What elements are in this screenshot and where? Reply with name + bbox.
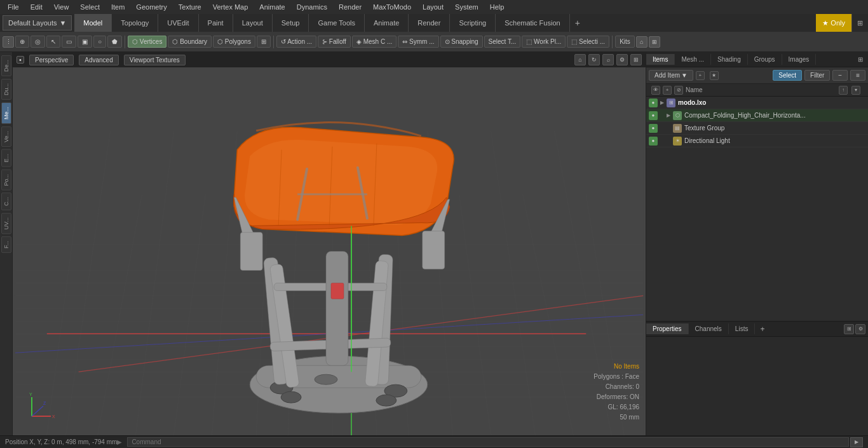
viewport-ctrl-rotate[interactable]: ↻ [588, 54, 600, 65]
tool-expand[interactable]: ⊞ [257, 36, 271, 48]
sidebar-tab-c[interactable]: C... [1, 193, 11, 210]
tool-rect2[interactable]: ▣ [78, 36, 92, 48]
tool-lasso[interactable]: ◎ [31, 36, 45, 48]
tool-mesh-c[interactable]: ◈ Mesh C ... [352, 36, 397, 48]
sidebar-tab-e[interactable]: E... [1, 149, 11, 167]
menu-system[interactable]: System [450, 2, 484, 12]
items-tab-items[interactable]: Items [646, 54, 675, 65]
menu-view[interactable]: View [49, 2, 74, 12]
sidebar-tab-ve[interactable]: Ve... [1, 126, 11, 147]
sidebar-tab-de[interactable]: De... [1, 55, 11, 76]
tool-grid[interactable]: ⊞ [649, 36, 660, 48]
item-eye-group[interactable]: ● [649, 124, 658, 133]
col-filter-icon[interactable]: ▾ [851, 86, 860, 95]
tool-rect[interactable]: ▭ [62, 36, 76, 48]
tab-setup[interactable]: Setup [273, 14, 309, 32]
tab-render[interactable]: Render [409, 14, 450, 32]
viewport-toggle[interactable]: • [17, 56, 24, 64]
tab-animate[interactable]: Animate [365, 14, 409, 32]
menu-edit[interactable]: Edit [25, 2, 48, 12]
tab-topology[interactable]: Topology [112, 14, 158, 32]
viewport-textures[interactable]: Viewport Textures [124, 55, 186, 65]
items-tab-images[interactable]: Images [782, 54, 817, 65]
props-gear-icon[interactable]: ⚙ [855, 324, 865, 334]
tool-work-pl[interactable]: ⬚ Work Pl... [522, 36, 566, 48]
props-expand-icon[interactable]: ⊞ [844, 324, 854, 334]
col-eye-icon[interactable]: 👁 [651, 86, 660, 95]
tool-select-t[interactable]: Select T... [484, 36, 521, 48]
list-item-root[interactable]: ● ▶ ⊞ modo.lxo [646, 97, 868, 109]
sidebar-tab-po[interactable]: Po... [1, 170, 11, 191]
props-tab-channels[interactable]: Channels [689, 323, 729, 334]
tab-game-tools[interactable]: Game Tools [309, 14, 365, 32]
menu-render[interactable]: Render [334, 2, 367, 12]
menu-select[interactable]: Select [75, 2, 105, 12]
items-icon-plus[interactable]: + [696, 71, 705, 80]
tab-layout[interactable]: Layout [233, 14, 273, 32]
items-icon-star[interactable]: ★ [710, 71, 719, 80]
viewport[interactable]: • Perspective Advanced Viewport Textures… [13, 52, 646, 435]
menu-vertex-map[interactable]: Vertex Map [208, 2, 254, 12]
items-tab-mesh[interactable]: Mesh ... [675, 54, 711, 65]
sidebar-tab-uv[interactable]: UV... [1, 213, 11, 234]
list-item-mesh[interactable]: ● ▶ ⬡ Compact_Folding_High_Chair_Horizon… [646, 109, 868, 122]
tool-boundary[interactable]: ⬡ Boundary [168, 36, 212, 48]
menu-dynamics[interactable]: Dynamics [292, 2, 332, 12]
viewport-ctrl-home[interactable]: ⌂ [574, 54, 586, 65]
viewport-ctrl-zoom[interactable]: ⌕ [602, 54, 614, 65]
filter-button[interactable]: Filter [804, 70, 830, 81]
menu-maxtomodo[interactable]: MaxToModo [368, 2, 416, 12]
viewport-ctrl-gear[interactable]: ⚙ [616, 54, 628, 65]
select-button[interactable]: Select [773, 70, 802, 81]
item-eye-light[interactable]: ● [649, 137, 658, 146]
tab-icon-expand[interactable]: ⊞ [851, 14, 868, 32]
layout-dropdown[interactable]: Default Layouts ▼ [3, 15, 72, 31]
tool-shape[interactable]: ⬟ [107, 36, 122, 48]
items-tab-groups[interactable]: Groups [748, 54, 782, 65]
tool-selecti[interactable]: ⬚ Selecti ... [567, 36, 609, 48]
tool-kits[interactable]: Kits [615, 36, 635, 48]
menu-texture[interactable]: Texture [173, 2, 207, 12]
list-item-light[interactable]: ● ☀ Directional Light [646, 135, 868, 147]
tool-action[interactable]: ↺ Action ... [276, 36, 316, 48]
tab-schematic[interactable]: Schematic Fusion [496, 14, 569, 32]
tool-polygons[interactable]: ⬡ Polygons [213, 36, 255, 48]
tool-symm[interactable]: ⇔ Symm ... [398, 36, 438, 48]
tab-paint[interactable]: Paint [199, 14, 233, 32]
sidebar-tab-f[interactable]: F... [1, 236, 11, 253]
items-tab-shading[interactable]: Shading [711, 54, 748, 65]
items-minus[interactable]: − [832, 70, 848, 81]
tool-circle[interactable]: ○ [93, 36, 106, 48]
command-run-button[interactable]: ▶ [850, 437, 863, 447]
items-tab-expand[interactable]: ⊞ [853, 54, 868, 65]
tool-arrow[interactable]: ↖ [46, 36, 60, 48]
tool-falloff[interactable]: ⊱ Falloff [318, 36, 351, 48]
menu-layout[interactable]: Layout [417, 2, 449, 12]
props-tab-lists[interactable]: Lists [729, 323, 756, 334]
col-lock-icon[interactable]: ⊘ [674, 86, 683, 95]
item-eye-mesh[interactable]: ● [649, 111, 658, 120]
sidebar-tab-du[interactable]: Du... [1, 79, 11, 100]
viewport-advanced[interactable]: Advanced [79, 55, 118, 65]
status-arrow[interactable]: ▶ [117, 438, 122, 445]
col-plus-icon[interactable]: + [663, 86, 672, 95]
list-item-group[interactable]: ● ▤ Texture Group [646, 122, 868, 135]
menu-item[interactable]: Item [106, 2, 130, 12]
viewport-ctrl-expand[interactable]: ⊞ [630, 54, 642, 65]
tool-home[interactable]: ⌂ [636, 36, 648, 48]
tool-dots[interactable]: ⋮ [3, 36, 14, 48]
tab-scripting[interactable]: Scripting [450, 14, 496, 32]
tab-uvedit[interactable]: UVEdit [158, 14, 198, 32]
items-expand[interactable]: ≡ [850, 70, 865, 81]
tab-add-button[interactable]: + [570, 14, 585, 32]
menu-geometry[interactable]: Geometry [131, 2, 172, 12]
menu-file[interactable]: File [3, 2, 24, 12]
add-item-button[interactable]: Add Item ▼ [649, 70, 693, 81]
menu-animate[interactable]: Animate [254, 2, 290, 12]
command-input[interactable] [127, 437, 849, 447]
tool-vertices[interactable]: ⬡ Vertices [128, 36, 166, 48]
props-tab-add[interactable]: + [755, 323, 770, 336]
viewport-perspective[interactable]: Perspective [29, 55, 74, 65]
tab-star-only[interactable]: ★ Only [816, 14, 851, 32]
tab-model[interactable]: Model [74, 14, 112, 32]
